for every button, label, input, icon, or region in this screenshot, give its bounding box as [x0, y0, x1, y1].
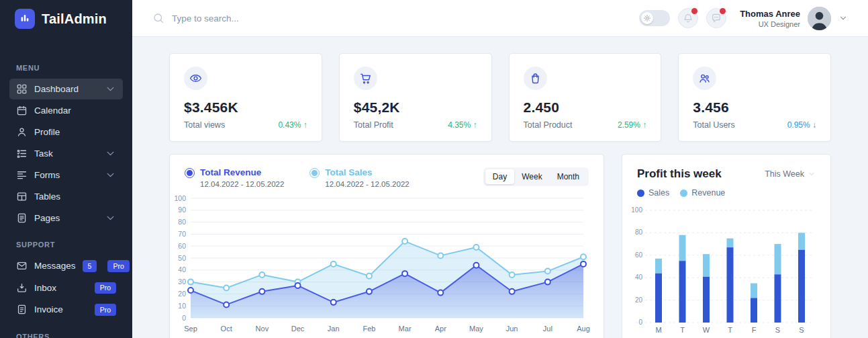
svg-text:0: 0 — [638, 319, 642, 326]
sidebar-section-label: OTHERS — [16, 333, 116, 338]
svg-text:Jun: Jun — [506, 325, 518, 333]
svg-text:Sep: Sep — [184, 325, 197, 333]
svg-text:Dec: Dec — [291, 325, 305, 333]
week-dropdown-value: This Week — [765, 169, 804, 179]
sidebar-item-calendar[interactable]: Calendar — [9, 100, 123, 121]
profit-card-title: Profit this week — [637, 167, 722, 181]
bell-icon — [683, 13, 693, 24]
sidebar-item-profile[interactable]: Profile — [9, 122, 123, 142]
stat-value: 3.456 — [693, 99, 816, 116]
notifications-button[interactable] — [678, 8, 698, 28]
chevron-down-icon — [808, 170, 816, 178]
sun-icon — [641, 12, 653, 24]
svg-text:20: 20 — [178, 290, 186, 298]
chevron-down-icon — [838, 13, 848, 23]
user-name: Thomas Anree — [740, 9, 800, 19]
user-role: UX Designer — [740, 20, 800, 28]
messages-button[interactable] — [706, 8, 726, 28]
legend-label: Sales — [648, 188, 669, 198]
sidebar-item-label: Pages — [34, 213, 60, 223]
sidebar-item-pages[interactable]: Pages — [9, 208, 123, 228]
user-meta: Thomas Anree UX Designer — [740, 9, 800, 28]
profit-week-card: Profit this week This Week Sales Revenue — [622, 154, 831, 338]
svg-text:Apr: Apr — [435, 325, 446, 333]
range-button-week[interactable]: Week — [514, 169, 549, 184]
profit-legend: Sales Revenue — [622, 181, 830, 198]
stat-row: Total Profit4.35% ↑ — [354, 120, 477, 130]
stat-label: Total Profit — [354, 120, 393, 130]
cart-icon — [354, 67, 377, 90]
svg-text:Oct: Oct — [221, 325, 232, 333]
eye-icon — [184, 67, 207, 90]
week-dropdown[interactable]: This Week — [765, 169, 816, 179]
stat-label: Total views — [184, 120, 225, 130]
search-input[interactable] — [172, 13, 387, 24]
stat-delta: 4.35% ↑ — [448, 120, 477, 130]
sidebar: TailAdmin MENUDashboardCalendarProfileTa… — [0, 0, 132, 338]
sidebar-item-label: Calendar — [34, 105, 71, 116]
chevron-down-icon — [105, 148, 116, 159]
legend-date-range: 12.04.2022 - 12.05.2022 — [325, 180, 409, 188]
svg-text:Feb: Feb — [363, 325, 375, 333]
sidebar-item-tables[interactable]: Tables — [9, 186, 123, 207]
svg-text:30: 30 — [178, 278, 186, 286]
svg-text:40: 40 — [178, 265, 186, 273]
svg-text:100: 100 — [174, 194, 186, 202]
users-icon — [693, 67, 716, 90]
sidebar-item-messages[interactable]: Messages5Pro — [9, 255, 123, 277]
stat-value: $45,2K — [354, 99, 477, 116]
calendar-icon — [16, 105, 28, 116]
svg-text:Mar: Mar — [399, 325, 412, 333]
notification-dot — [691, 8, 697, 14]
legend-dot — [637, 189, 644, 197]
stat-card-total-profit: $45,2KTotal Profit4.35% ↑ — [339, 53, 492, 142]
svg-text:W: W — [703, 326, 710, 334]
range-switcher: Day Week Month — [483, 167, 589, 186]
svg-text:Nov: Nov — [256, 325, 269, 333]
svg-text:Jan: Jan — [328, 325, 340, 333]
invoice-icon — [16, 304, 28, 315]
svg-text:90: 90 — [178, 206, 186, 214]
pages-icon — [16, 212, 28, 224]
sidebar-item-forms[interactable]: Forms — [9, 165, 123, 185]
search-box — [152, 12, 639, 24]
svg-text:May: May — [469, 325, 483, 333]
svg-text:60: 60 — [635, 251, 643, 259]
user-menu[interactable]: Thomas Anree UX Designer — [740, 7, 848, 30]
sidebar-item-task[interactable]: Task — [9, 143, 123, 164]
sidebar-item-label: Inbox — [34, 283, 56, 293]
stat-value: $3.456K — [184, 99, 307, 116]
dashboard-content: $3.456KTotal views0.43% ↑$45,2KTotal Pro… — [132, 37, 868, 338]
dark-mode-toggle[interactable] — [639, 10, 670, 26]
svg-text:80: 80 — [178, 218, 186, 226]
sidebar-item-invoice[interactable]: InvoicePro — [9, 299, 123, 321]
sidebar-item-dashboard[interactable]: Dashboard — [9, 79, 123, 99]
revenue-chart-card: Total Revenue 12.04.2022 - 12.05.2022 To… — [169, 154, 604, 338]
task-icon — [16, 148, 28, 159]
forms-icon — [16, 169, 28, 181]
range-button-day[interactable]: Day — [485, 169, 514, 184]
stat-card-total-users: 3.456Total Users0.95% ↓ — [678, 53, 831, 142]
sidebar-item-label: Messages — [34, 261, 76, 271]
sidebar-item-label: Tables — [34, 192, 60, 202]
bag-icon — [524, 67, 547, 90]
sidebar-nav: MENUDashboardCalendarProfileTaskFormsTab… — [0, 29, 132, 338]
stat-cards-row: $3.456KTotal views0.43% ↑$45,2KTotal Pro… — [169, 53, 831, 142]
profile-icon — [16, 126, 28, 138]
legend-total-revenue[interactable]: Total Revenue 12.04.2022 - 12.05.2022 — [185, 167, 284, 188]
sidebar-section-label: SUPPORT — [16, 241, 116, 249]
sidebar-item-inbox[interactable]: InboxPro — [9, 278, 123, 299]
legend-label: Revenue — [691, 188, 725, 198]
sidebar-item-label: Profile — [34, 127, 60, 137]
logo[interactable]: TailAdmin — [0, 0, 132, 29]
range-button-month[interactable]: Month — [550, 169, 587, 184]
svg-text:T: T — [680, 326, 685, 334]
stat-card-total-product: 2.450Total Product2.59% ↑ — [509, 53, 662, 142]
inbox-icon — [16, 282, 28, 294]
sidebar-section: OTHERS — [0, 333, 132, 338]
legend-total-sales[interactable]: Total Sales 12.04.2022 - 12.05.2022 — [309, 167, 409, 188]
svg-text:F: F — [752, 326, 757, 334]
stat-row: Total Product2.59% ↑ — [524, 120, 647, 130]
sidebar-section: MENUDashboardCalendarProfileTaskFormsTab… — [0, 64, 132, 228]
svg-text:100: 100 — [631, 206, 642, 214]
